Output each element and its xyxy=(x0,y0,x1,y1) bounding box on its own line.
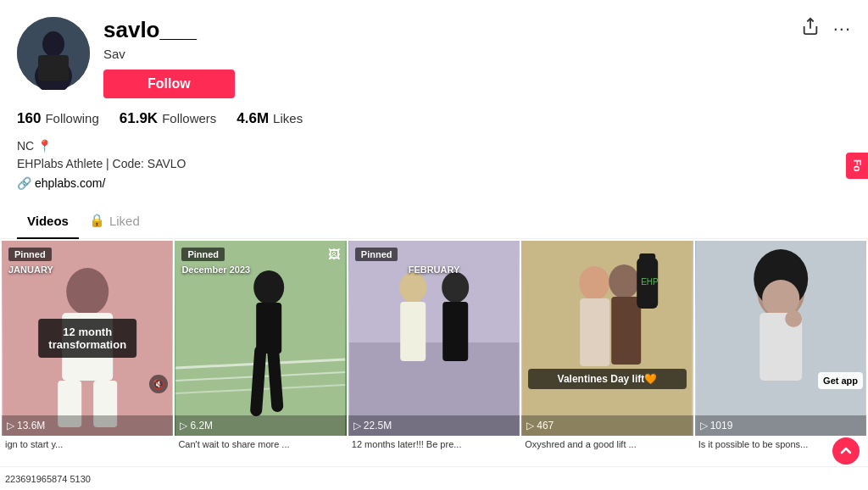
username: savlo___ xyxy=(103,17,851,43)
right-follow-pill[interactable]: Fo xyxy=(846,153,868,179)
avatar xyxy=(17,17,90,90)
follow-button[interactable]: Follow xyxy=(103,70,235,98)
month-label-2: December 2023 xyxy=(181,264,250,275)
tab-liked[interactable]: 🔒 Liked xyxy=(79,206,150,238)
svg-point-14 xyxy=(254,270,285,304)
tabs-bar: Videos 🔒 Liked xyxy=(0,206,868,239)
video-footer-2: ▷ 6.2M xyxy=(175,415,346,436)
text-overlay-1: 12 monthtransformation xyxy=(38,319,136,358)
followers-count: 61.9K xyxy=(120,110,158,127)
play-icon: ▷ xyxy=(700,420,708,432)
video-thumbnail-2: Pinned December 2023 🖼 ▷ 6.2M xyxy=(175,241,346,436)
play-count-1: ▷ 13.6M xyxy=(7,420,168,432)
video-caption-1: ign to start y... xyxy=(2,436,173,451)
svg-line-17 xyxy=(274,351,278,406)
video-footer-5: ▷ 1019 xyxy=(695,415,866,436)
media-icon-2: 🖼 xyxy=(328,248,340,261)
header-actions: ··· xyxy=(801,17,851,40)
video-thumbnail-5: Get app ▷ 1019 xyxy=(695,241,866,436)
svg-point-25 xyxy=(579,266,609,300)
video-card-3[interactable]: Pinned FEBRUARY ▷ 22.5M 12 months later!… xyxy=(348,241,520,451)
video-thumbnail-3: Pinned FEBRUARY ▷ 22.5M xyxy=(348,241,520,436)
video-thumbnail-1: Pinned JANUARY 12 monthtransformation 🔇 … xyxy=(2,241,173,436)
play-icon: ▷ xyxy=(180,420,187,432)
tab-liked-label: Liked xyxy=(109,214,140,228)
svg-point-22 xyxy=(442,272,469,303)
svg-rect-21 xyxy=(400,302,426,361)
bottom-caption-bar: 223691965874 5130 xyxy=(0,466,868,490)
svg-line-16 xyxy=(257,351,261,410)
month-label-1: JANUARY xyxy=(8,264,53,275)
video-card-5[interactable]: Get app ▷ 1019 Is it possible to be spon… xyxy=(695,241,866,451)
svg-point-20 xyxy=(399,272,426,303)
play-count-3: ▷ 22.5M xyxy=(353,420,515,432)
share-icon[interactable] xyxy=(801,17,820,40)
likes-count: 4.6M xyxy=(236,110,269,127)
pinned-badge-3: Pinned xyxy=(355,248,398,261)
tab-videos-label: Videos xyxy=(27,214,69,228)
video-thumbnail-4: EHP Valentines Day lift🧡 ▷ 467 xyxy=(521,241,693,436)
bio-line2: EHPlabs Athlete | Code: SAVLO xyxy=(17,155,851,173)
pinned-badge-2: Pinned xyxy=(181,248,225,261)
video-card-2[interactable]: Pinned December 2023 🖼 ▷ 6.2M Can't wait… xyxy=(175,241,346,451)
tab-videos[interactable]: Videos xyxy=(17,206,79,238)
tab-lock-icon: 🔒 xyxy=(89,213,105,228)
stats-row: 160 Following 61.9K Followers 4.6M Likes xyxy=(0,98,868,134)
bio-link[interactable]: 🔗 ehplabs.com/ xyxy=(17,175,851,192)
svg-rect-23 xyxy=(442,302,468,361)
valentines-overlay: Valentines Day lift🧡 xyxy=(528,369,686,389)
svg-rect-3 xyxy=(38,55,69,81)
svg-rect-30 xyxy=(639,253,655,264)
bio-line1: NC 📍 xyxy=(17,137,851,155)
video-footer-1: ▷ 13.6M xyxy=(2,415,173,436)
following-stat[interactable]: 160 Following xyxy=(17,110,99,127)
video-caption-2: Can't wait to share more ... xyxy=(175,436,346,451)
video-caption-4: Oxyshred and a good lift ... xyxy=(521,436,693,451)
bottom-caption-text: 223691965874 5130 xyxy=(5,474,91,484)
followers-stat[interactable]: 61.9K Followers xyxy=(120,110,217,127)
month-label-3: FEBRUARY xyxy=(409,264,460,275)
get-app-badge[interactable]: Get app xyxy=(818,372,863,389)
svg-point-1 xyxy=(42,31,64,57)
play-count-4: ▷ 467 xyxy=(526,420,687,432)
following-count: 160 xyxy=(17,110,41,127)
link-text: ehplabs.com/ xyxy=(35,175,105,192)
video-caption-3: 12 months later!!! Be pre... xyxy=(348,436,520,451)
followers-label: Followers xyxy=(162,111,216,125)
link-icon: 🔗 xyxy=(17,175,31,192)
video-footer-3: ▷ 22.5M xyxy=(348,415,520,436)
following-label: Following xyxy=(45,111,98,125)
play-count-5: ▷ 1019 xyxy=(700,420,861,432)
svg-text:EHP: EHP xyxy=(641,277,659,287)
svg-point-27 xyxy=(609,264,639,298)
play-icon: ▷ xyxy=(353,420,361,432)
bio: NC 📍 EHPlabs Athlete | Code: SAVLO 🔗 ehp… xyxy=(0,134,868,196)
video-card-1[interactable]: Pinned JANUARY 12 monthtransformation 🔇 … xyxy=(2,241,173,451)
svg-point-6 xyxy=(66,268,108,315)
play-count-2: ▷ 6.2M xyxy=(180,420,341,432)
more-icon[interactable]: ··· xyxy=(833,18,851,40)
play-icon: ▷ xyxy=(7,420,14,432)
svg-point-37 xyxy=(785,310,802,327)
video-footer-4: ▷ 467 xyxy=(521,415,693,436)
videos-grid: Pinned JANUARY 12 monthtransformation 🔇 … xyxy=(0,239,868,453)
video-card-4[interactable]: EHP Valentines Day lift🧡 ▷ 467 Oxyshred … xyxy=(521,241,693,451)
display-name: Sav xyxy=(103,47,851,61)
likes-label: Likes xyxy=(273,111,303,125)
play-icon: ▷ xyxy=(526,420,534,432)
svg-rect-26 xyxy=(580,298,609,366)
scroll-to-top-button[interactable] xyxy=(832,437,860,465)
profile-header: savlo___ Sav Follow ··· xyxy=(0,0,868,98)
pinned-badge-1: Pinned xyxy=(8,248,52,261)
svg-rect-28 xyxy=(611,297,641,365)
likes-stat[interactable]: 4.6M Likes xyxy=(236,110,303,127)
profile-info: savlo___ Sav Follow xyxy=(103,17,851,98)
